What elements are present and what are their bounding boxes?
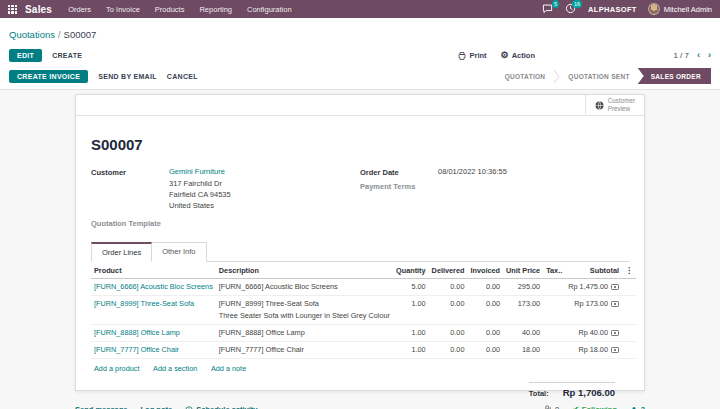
product-link[interactable]: [FURN_7777] Office Chair: [94, 345, 179, 354]
col-quantity[interactable]: Quantity: [393, 262, 429, 279]
check-icon: ✔: [572, 406, 579, 409]
order-lines-table: Product Description Quantity Delivered I…: [91, 262, 636, 377]
table-row[interactable]: [FURN_8888] Office Lamp [FURN_8888] Offi…: [91, 324, 636, 341]
money-bill-icon: [611, 347, 619, 353]
log-note-button[interactable]: Log note: [141, 405, 173, 409]
activities-badge: 16: [572, 0, 582, 8]
notebook-tabs: Order Lines Other Info: [91, 242, 629, 262]
col-product[interactable]: Product: [91, 262, 216, 279]
state-quotation-sent[interactable]: QUOTATION SENT: [560, 73, 637, 80]
customer-preview-label-line1: Customer: [608, 97, 635, 104]
add-a-section-link[interactable]: Add a section: [153, 364, 197, 373]
send-by-email-button[interactable]: SEND BY EMAIL: [98, 73, 157, 80]
form-view: Customer Preview S00007 Customer Gemini …: [0, 94, 720, 399]
tab-order-lines[interactable]: Order Lines: [91, 242, 152, 262]
messages-icon[interactable]: 5: [542, 3, 554, 15]
edit-button[interactable]: EDIT: [9, 49, 42, 62]
send-message-button[interactable]: Send message: [75, 405, 128, 409]
order-date-label: Order Date: [360, 167, 438, 178]
control-panel: EDIT CREATE Print ⚙ Action 1 / 7 ‹ ›: [0, 46, 720, 65]
col-invoiced[interactable]: Invoiced: [467, 262, 503, 279]
user-name: Mitchell Admin: [664, 5, 712, 14]
add-a-note-link[interactable]: Add a note: [211, 364, 246, 373]
table-row[interactable]: [FURN_6666] Acoustic Bloc Screens [FURN_…: [91, 278, 636, 295]
totals-section: Total: Rp 1,706.00: [91, 382, 629, 398]
state-sales-order[interactable]: SALES ORDER: [638, 68, 711, 84]
money-bill-icon: [611, 284, 619, 290]
document-sheet: Customer Preview S00007 Customer Gemini …: [75, 94, 645, 391]
state-quotation[interactable]: QUOTATION: [497, 73, 554, 80]
sheet-header-strip: Customer Preview: [76, 95, 644, 116]
record-pager: 1 / 7 ‹ ›: [673, 51, 711, 60]
person-icon: [630, 406, 638, 409]
apps-grid-icon[interactable]: [8, 5, 17, 14]
print-icon: [458, 52, 466, 60]
top-nav-bar: Sales Orders To Invoice Products Reporti…: [0, 0, 720, 18]
customer-address-line2: Fairfield CA 94535: [169, 189, 360, 200]
table-row[interactable]: [FURN_8999] Three-Seat Sofa [FURN_8999] …: [91, 295, 636, 324]
product-variant-description: Three Seater Sofa with Lounger in Steel …: [219, 311, 390, 320]
following-button[interactable]: ✔ Following: [572, 405, 617, 409]
app-title[interactable]: Sales: [25, 4, 52, 15]
customer-link[interactable]: Gemini Furniture: [169, 167, 225, 176]
attachments-count: 0: [555, 405, 559, 409]
user-avatar: [648, 3, 660, 15]
pager-next-icon[interactable]: ›: [708, 51, 711, 60]
product-link[interactable]: [FURN_8888] Office Lamp: [94, 328, 180, 337]
quotation-template-label: Quotation Template: [91, 218, 360, 230]
money-bill-icon: [611, 330, 619, 336]
customer-preview-button[interactable]: Customer Preview: [585, 95, 644, 115]
messages-badge: 5: [552, 0, 559, 8]
menu-configuration[interactable]: Configuration: [247, 5, 292, 14]
followers-button[interactable]: 3: [630, 405, 645, 409]
order-reference-title: S00007: [91, 136, 629, 153]
menu-reporting[interactable]: Reporting: [199, 5, 232, 14]
pager-previous-icon[interactable]: ‹: [697, 51, 700, 60]
col-taxes[interactable]: Tax..: [543, 262, 565, 279]
create-button[interactable]: CREATE: [52, 52, 82, 59]
add-a-product-link[interactable]: Add a product: [94, 364, 139, 373]
print-menu[interactable]: Print: [458, 51, 486, 60]
menu-products[interactable]: Products: [155, 5, 185, 14]
col-delivered[interactable]: Delivered: [429, 262, 468, 279]
customer-preview-label-line2: Preview: [608, 105, 630, 112]
product-link[interactable]: [FURN_8999] Three-Seat Sofa: [94, 299, 194, 308]
tab-other-info[interactable]: Other Info: [152, 242, 206, 262]
globe-icon: [595, 101, 604, 110]
payment-terms-value: [438, 181, 629, 191]
breadcrumb-separator: /: [58, 29, 61, 40]
customer-address-line1: 317 Fairchild Dr: [169, 178, 360, 189]
company-switcher[interactable]: ALPHASOFT: [588, 5, 637, 14]
menu-to-invoice[interactable]: To Invoice: [106, 5, 140, 14]
clock-icon: [185, 406, 193, 409]
total-amount: Rp 1,706.00: [563, 387, 615, 398]
statusbar: QUOTATION QUOTATION SENT SALES ORDER: [497, 68, 711, 84]
followers-count: 3: [641, 405, 645, 409]
statusbar-row: CREATE INVOICE SEND BY EMAIL CANCEL QUOT…: [0, 65, 720, 90]
menu-orders[interactable]: Orders: [68, 5, 91, 14]
order-date-value: 08/01/2022 10:36:55: [438, 167, 629, 178]
money-bill-icon: [611, 301, 619, 307]
breadcrumb-current: S00007: [64, 29, 97, 40]
user-menu[interactable]: Mitchell Admin: [648, 3, 712, 15]
create-invoice-button[interactable]: CREATE INVOICE: [9, 70, 88, 83]
product-link[interactable]: [FURN_6666] Acoustic Bloc Screens: [94, 282, 213, 291]
attachments-button[interactable]: 0: [544, 405, 559, 409]
col-unit-price[interactable]: Unit Price: [503, 262, 543, 279]
col-subtotal[interactable]: Subtotal: [565, 262, 622, 279]
col-description[interactable]: Description: [216, 262, 393, 279]
payment-terms-label: Payment Terms: [360, 181, 438, 191]
cancel-button[interactable]: CANCEL: [167, 73, 198, 80]
schedule-activity-button[interactable]: Schedule activity: [185, 405, 257, 409]
gear-icon: ⚙: [501, 51, 509, 60]
chatter-bar: Send message Log note Schedule activity …: [75, 405, 645, 409]
paperclip-icon: [544, 405, 552, 409]
action-menu[interactable]: ⚙ Action: [501, 51, 535, 60]
activities-icon[interactable]: 16: [565, 3, 577, 15]
pager-value: 1 / 7: [673, 51, 689, 60]
optional-columns-icon[interactable]: ⋮: [622, 262, 636, 279]
breadcrumb-quotations[interactable]: Quotations: [9, 29, 55, 40]
breadcrumb: Quotations/S00007: [0, 18, 720, 46]
customer-address-line3: United States: [169, 200, 360, 211]
table-row[interactable]: [FURN_7777] Office Chair [FURN_7777] Off…: [91, 341, 636, 358]
